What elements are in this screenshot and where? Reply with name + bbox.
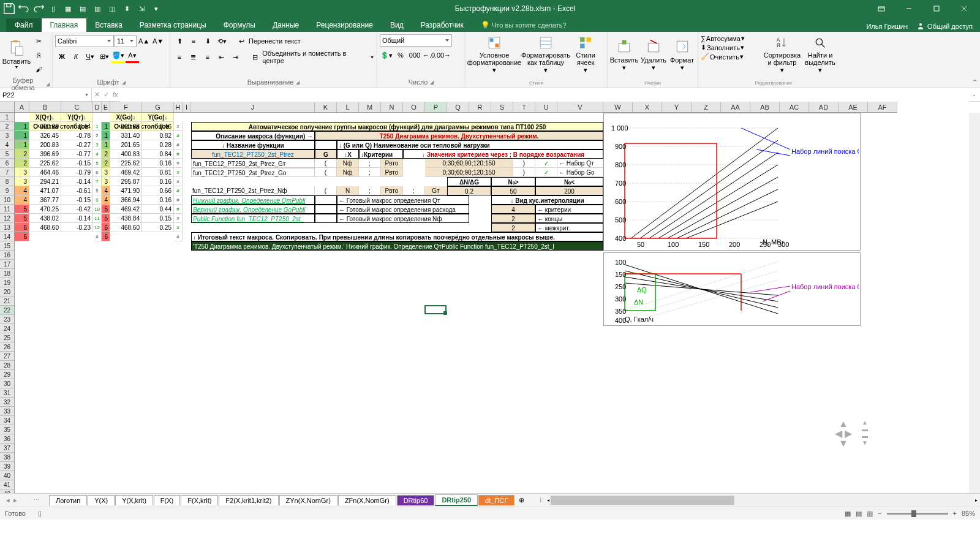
row-header[interactable]: 31: [0, 388, 14, 398]
row-header[interactable]: 36: [0, 434, 14, 444]
dec-decimal-icon[interactable]: .00→: [436, 48, 450, 62]
row-header[interactable]: 12: [0, 214, 14, 223]
percent-icon[interactable]: %: [394, 48, 407, 62]
cell[interactable]: 0.15: [142, 214, 174, 223]
cell[interactable]: 0.25: [142, 223, 174, 232]
col-header[interactable]: AC: [780, 102, 809, 112]
cell[interactable]: 7: [93, 177, 102, 186]
wrap-text-icon[interactable]: ↩: [235, 34, 248, 48]
sheet-tab[interactable]: Y(X): [88, 495, 115, 505]
cell[interactable]: X(Go)↓: [110, 113, 142, 122]
cell[interactable]: 2: [93, 131, 102, 140]
cell[interactable]: #: [174, 168, 183, 177]
cell[interactable]: 10: [93, 205, 102, 214]
cell[interactable]: Верхний график. Определение GoPubli: [191, 205, 315, 214]
row-header[interactable]: 16: [0, 251, 14, 260]
qat-btn[interactable]: ⇲: [135, 2, 148, 15]
cell[interactable]: 1: [102, 140, 110, 149]
cell[interactable]: ↓X: [337, 149, 359, 159]
cell[interactable]: [315, 140, 337, 149]
cell[interactable]: G: [315, 149, 337, 159]
cell[interactable]: 5: [102, 214, 110, 223]
cell[interactable]: (: [315, 168, 337, 177]
sheet-tab[interactable]: Y(X,krit): [115, 495, 153, 505]
cell[interactable]: 0.2: [447, 186, 491, 195]
cell[interactable]: 6: [15, 232, 29, 241]
cell[interactable]: -0.15: [61, 159, 93, 168]
sheet-tab[interactable]: F2(X,krit1,krit2): [219, 495, 278, 505]
italic-icon[interactable]: К: [69, 50, 83, 63]
cell[interactable]: ): [513, 159, 535, 168]
cell[interactable]: 0;30;60;90;120;150: [425, 168, 513, 177]
cell[interactable]: 200.83: [110, 122, 142, 131]
col-header[interactable]: X: [633, 102, 662, 112]
nav-gizmo-scroll[interactable]: ▲▬▬▼: [859, 419, 870, 446]
sheet-tab-active[interactable]: DRtip250: [435, 494, 478, 506]
qat-btn[interactable]: ▯: [47, 2, 60, 15]
cell[interactable]: 396.69: [29, 149, 61, 159]
sheet-tab[interactable]: F(X,krit): [181, 495, 218, 505]
row-header[interactable]: 34: [0, 416, 14, 425]
cell[interactable]: #: [174, 214, 183, 223]
font-size-combo[interactable]: 11: [115, 35, 137, 47]
row-header[interactable]: 22: [0, 306, 14, 315]
cell[interactable]: 326.45: [29, 131, 61, 140]
cell[interactable]: 3: [93, 140, 102, 149]
cell[interactable]: 1: [15, 122, 29, 131]
row-header[interactable]: 26: [0, 342, 14, 352]
fx-icon[interactable]: fx: [113, 91, 118, 99]
cell[interactable]: fun_TEC12_PT250_2st_Ptrez_Go: [191, 168, 315, 177]
inc-decimal-icon[interactable]: ←.0: [422, 48, 435, 62]
cell[interactable]: 400.83: [110, 149, 142, 159]
cell[interactable]: 2: [102, 159, 110, 168]
cell[interactable]: 471.90: [110, 186, 142, 195]
cell[interactable]: Y(Go)↓: [142, 113, 174, 122]
cell[interactable]: 469.42: [110, 205, 142, 214]
cell[interactable]: 331.40: [110, 131, 142, 140]
cell[interactable]: ↓ Название функции: [191, 140, 315, 149]
chart-bottom[interactable]: ΔQΔNНабор линий поиска Qт100150250300350…: [603, 252, 861, 326]
cell[interactable]: 0.46: [142, 122, 174, 131]
row-header[interactable]: 4: [0, 140, 14, 149]
cell[interactable]: Y(Qт)↓: [61, 113, 93, 122]
cell[interactable]: 5: [102, 205, 110, 214]
tell-me[interactable]: 💡 Что вы хотите сделать?: [472, 18, 575, 32]
horizontal-scrollbar[interactable]: ◂: [547, 495, 973, 505]
cell[interactable]: 0.81: [142, 168, 174, 177]
tab-data[interactable]: Данные: [264, 18, 307, 32]
cell[interactable]: -0.23: [61, 223, 93, 232]
orientation-icon[interactable]: ⟲▾: [215, 34, 228, 48]
cell[interactable]: 1: [93, 122, 102, 131]
sort-filter-button[interactable]: AЯСортировка и фильтр▾: [763, 34, 801, 75]
col-header[interactable]: K: [315, 102, 337, 112]
cell[interactable]: 0.84: [142, 149, 174, 159]
row-header[interactable]: 17: [0, 260, 14, 269]
col-header[interactable]: O: [403, 102, 425, 112]
cell[interactable]: ✓: [535, 168, 557, 177]
row-header[interactable]: 30: [0, 379, 14, 388]
vertical-scrollbar[interactable]: [970, 113, 980, 493]
row-header[interactable]: 27: [0, 352, 14, 361]
spreadsheet-grid[interactable]: ABCDEFGHIJKLMNOPQRSTUVWXYZAAABACADAEAF 1…: [0, 102, 980, 493]
cell[interactable]: 2: [491, 214, 535, 223]
row-header[interactable]: 20: [0, 287, 14, 297]
row-header[interactable]: 25: [0, 333, 14, 342]
qat-btn[interactable]: ▦: [61, 2, 75, 15]
row-header[interactable]: 2: [0, 122, 14, 131]
cell[interactable]: 366.94: [110, 195, 142, 205]
cell[interactable]: ← Набор Qт: [557, 159, 603, 168]
tab-home[interactable]: Главная: [42, 18, 87, 32]
expand-formula-icon[interactable]: ⌄: [968, 92, 980, 97]
cell[interactable]: 6: [102, 223, 110, 232]
cell[interactable]: 1: [102, 131, 110, 140]
cell[interactable]: -0.78: [61, 131, 93, 140]
cell[interactable]: ← Готовый макрос определения Qт: [337, 195, 469, 205]
cell[interactable]: #: [174, 177, 183, 186]
cell[interactable]: 470.25: [29, 205, 61, 214]
zoom-out-icon[interactable]: −: [878, 510, 881, 517]
cell[interactable]: ;: [359, 159, 381, 168]
cell[interactable]: 464.46: [29, 168, 61, 177]
sheet-tab[interactable]: ZYn(X,NomGr): [279, 495, 337, 505]
cell[interactable]: 471.07: [29, 186, 61, 195]
sheet-tab[interactable]: dt_ПСГ: [478, 495, 514, 505]
